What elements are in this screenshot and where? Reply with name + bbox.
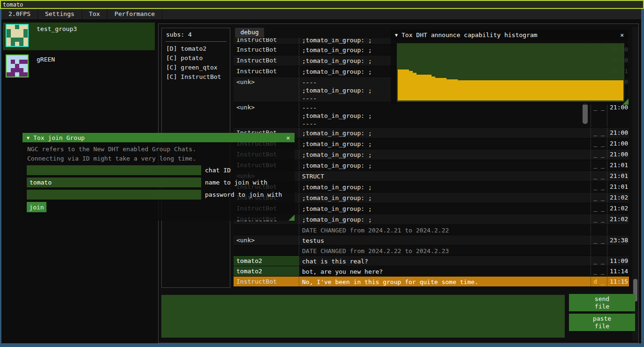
message-status: _ _ [591, 139, 607, 149]
message-time: 21:01 [607, 182, 629, 192]
avatar-pixel [23, 64, 28, 68]
histogram-bar [530, 80, 533, 100]
histogram-bar [563, 80, 567, 100]
histogram-bar [548, 80, 552, 100]
subs-title: subs: 4 [166, 31, 192, 38]
chat-message-row: <unk>testus_ _23:38 [234, 235, 629, 246]
histogram-bar [465, 80, 469, 100]
message-status: _ _ [591, 214, 607, 224]
avatar-pixel [19, 42, 23, 46]
window-scrollbar[interactable] [632, 27, 638, 340]
chat-id-label: chat ID [205, 165, 231, 175]
join-dialog-titlebar[interactable]: ▼ Tox join Group ✕ [23, 133, 295, 142]
message-text: No, I've been in this group for quite so… [299, 277, 591, 286]
message-text: ;tomato_in_group: ; [299, 214, 591, 224]
menu-item-settings[interactable]: Settings [38, 9, 82, 19]
collapse-icon[interactable]: ▼ [395, 32, 398, 38]
message-status: _ _ [591, 182, 607, 192]
avatar-pixel [15, 68, 19, 72]
join-button[interactable]: join [27, 202, 46, 212]
avatar-pixel [11, 68, 15, 72]
message-time: 21:00 [607, 139, 629, 149]
histogram-bar [495, 80, 499, 100]
histogram-bar [413, 73, 417, 100]
avatar-pixel [19, 33, 23, 38]
close-icon[interactable]: ✕ [620, 31, 624, 39]
histogram-bar [454, 79, 458, 100]
chat-message-row: <unk>---- ;tomato_in_group: ; ----_ _21:… [234, 102, 629, 128]
avatar-pixel [15, 42, 19, 46]
histogram-bar [537, 80, 541, 100]
avatar-pixel [15, 64, 19, 68]
histogram-bar [522, 80, 526, 100]
avatar-pixel [11, 72, 15, 77]
message-text: ;tomato_in_group: ; [299, 182, 591, 192]
menu-bar: 2.0FPSSettingsToxPerformance [1, 9, 641, 19]
message-text: STRUCT [299, 171, 591, 181]
histogram-window-body [391, 40, 629, 105]
avatar-pixel [19, 72, 23, 77]
avatar-pixel [23, 60, 28, 64]
tab-debug[interactable]: debug [235, 28, 264, 38]
avatar-pixel [7, 60, 11, 64]
message-status: _ _ [591, 171, 607, 181]
group-avatar [6, 54, 29, 77]
menu-item-performance[interactable]: Performance [107, 9, 162, 19]
avatar-pixel [11, 33, 15, 38]
histogram-bar [541, 80, 545, 100]
message-text: ;tomato_in_group: ; [299, 203, 591, 214]
message-status: d _ [591, 277, 607, 286]
histogram-bar [601, 80, 605, 100]
message-author: InstructBot [234, 277, 299, 286]
message-status: _ _ [591, 149, 607, 160]
join-password-input[interactable] [27, 190, 201, 200]
message-time: 11:14 [607, 266, 629, 276]
chat-scrollbar-thumb[interactable] [583, 103, 588, 124]
avatar-pixel [11, 38, 15, 42]
chat-message-row: InstructBotNo, I've been in this group f… [234, 277, 629, 287]
avatar-pixel [7, 38, 11, 42]
send-file-button[interactable]: send file [569, 294, 635, 311]
histogram-bar [578, 80, 582, 100]
paste-file-button[interactable]: paste file [569, 314, 635, 331]
subs-member-green_qtox[interactable]: [C] green_qtox [166, 63, 221, 72]
avatar-pixel [19, 64, 23, 68]
chat-id-input[interactable] [27, 165, 201, 175]
resize-grip[interactable] [622, 99, 629, 105]
histogram-bar [499, 80, 503, 100]
histogram-bar [439, 78, 443, 100]
histogram-bar [450, 79, 454, 100]
sidebar-group-gREEN[interactable]: gREEN [3, 53, 155, 81]
menu-item-2-0fps[interactable]: 2.0FPS [1, 9, 38, 19]
subs-member-tomato2[interactable]: [D] tomato2 [166, 44, 221, 54]
message-author: tomato2 [234, 266, 299, 276]
message-time: 21:00 [607, 128, 629, 138]
avatar-pixel [11, 25, 15, 29]
join-name-input[interactable] [27, 177, 201, 187]
subs-member-potato[interactable]: [C] potato [166, 54, 221, 63]
histogram-bar [586, 80, 590, 100]
histogram-window: ▼ Tox DHT announce capability histogram … [391, 30, 629, 105]
avatar-pixel [11, 42, 15, 46]
window-frame-right [641, 9, 644, 347]
message-author [234, 246, 299, 255]
histogram-bar [428, 75, 432, 100]
date-separator-text: DATE CHANGED from 2024.2.21 to 2024.2.22 [299, 225, 591, 235]
close-icon[interactable]: ✕ [286, 134, 290, 141]
histogram-bar [608, 80, 612, 100]
message-text: chat is this real? [299, 256, 591, 266]
sidebar-group-test_group3[interactable]: test_group3 [3, 23, 155, 50]
join-dialog-description: Connecting via ID might take a very long… [27, 155, 196, 162]
subs-member-InstructBot[interactable]: [C] InstructBot [166, 72, 221, 82]
histogram-bar [514, 80, 518, 100]
histogram-plot [397, 43, 624, 102]
avatar-pixel [7, 33, 11, 38]
message-input[interactable] [161, 295, 565, 338]
message-status: _ _ [591, 203, 607, 214]
collapse-icon[interactable]: ▼ [27, 135, 30, 140]
resize-grip[interactable] [288, 215, 295, 221]
histogram-bar [533, 80, 537, 100]
histogram-window-titlebar[interactable]: ▼ Tox DHT announce capability histogram … [391, 30, 629, 40]
menu-item-tox[interactable]: Tox [82, 9, 107, 19]
histogram-bar [405, 69, 409, 100]
